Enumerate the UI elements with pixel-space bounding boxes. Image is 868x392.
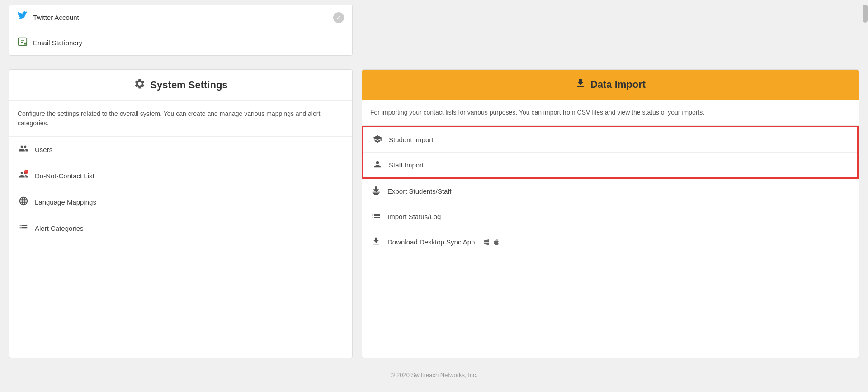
student-import-label: Student Import	[389, 136, 433, 143]
staff-import-item[interactable]: Staff Import	[363, 153, 857, 177]
staff-import-label: Staff Import	[389, 161, 424, 169]
dnc-icon	[19, 170, 28, 182]
email-stationery-icon	[18, 37, 28, 49]
email-stationery-label: Email Stationery	[33, 39, 82, 47]
system-settings-description: Configure the settings related to the ov…	[9, 101, 352, 137]
system-settings-header: System Settings	[9, 70, 352, 101]
download-icon	[575, 78, 586, 91]
student-import-item[interactable]: Student Import	[363, 127, 857, 153]
desktop-sync-icon	[371, 236, 381, 248]
data-import-header: Data Import	[362, 70, 859, 100]
email-stationery-item[interactable]: Email Stationery	[9, 30, 352, 55]
users-label: Users	[35, 146, 52, 153]
student-import-icon	[373, 134, 382, 145]
top-settings-card: Twitter Account ✓ Email Stationery	[9, 5, 353, 56]
export-students-staff-item[interactable]: Export Students/Staff	[362, 179, 859, 204]
import-log-label: Import Status/Log	[387, 213, 441, 220]
dnc-label: Do-Not-Contact List	[35, 172, 94, 180]
twitter-account-item[interactable]: Twitter Account ✓	[9, 5, 352, 30]
scrollbar-track[interactable]	[862, 0, 868, 392]
language-icon	[19, 196, 28, 208]
alert-categories-menu-item[interactable]: Alert Categories	[9, 215, 352, 241]
twitter-icon	[18, 11, 28, 24]
footer-text: © 2020 Swiftreach Networks, Inc.	[391, 372, 477, 378]
twitter-checkmark: ✓	[333, 12, 344, 23]
import-log-item[interactable]: Import Status/Log	[362, 204, 859, 229]
scrollbar-thumb[interactable]	[863, 5, 868, 23]
data-import-description: For importing your contact lists for var…	[362, 100, 859, 126]
os-icons	[483, 239, 500, 246]
dnc-menu-item[interactable]: Do-Not-Contact List	[9, 163, 352, 189]
import-log-icon	[371, 211, 381, 222]
language-label: Language Mappings	[35, 198, 96, 206]
import-annotation-wrapper: Student Import Staff Import Click here	[362, 126, 859, 179]
data-import-card: Data Import For importing your contact l…	[362, 69, 859, 358]
users-menu-item[interactable]: Users	[9, 137, 352, 163]
footer: © 2020 Swiftreach Networks, Inc.	[0, 358, 868, 392]
desktop-sync-item[interactable]: Download Desktop Sync App	[362, 229, 859, 254]
language-menu-item[interactable]: Language Mappings	[9, 189, 352, 215]
import-highlight-group: Student Import Staff Import	[362, 126, 859, 179]
desktop-sync-label: Download Desktop Sync App	[387, 238, 475, 246]
twitter-account-label: Twitter Account	[33, 14, 79, 21]
export-icon	[371, 186, 381, 197]
system-settings-card: System Settings Configure the settings r…	[9, 69, 353, 358]
system-settings-title: System Settings	[150, 79, 227, 91]
data-import-title: Data Import	[590, 79, 646, 91]
alert-icon	[19, 222, 28, 234]
export-label: Export Students/Staff	[387, 187, 451, 195]
svg-rect-4	[373, 192, 380, 193]
gear-icon	[134, 78, 146, 92]
alert-categories-label: Alert Categories	[35, 225, 84, 232]
users-icon	[19, 143, 28, 156]
staff-import-icon	[373, 159, 382, 171]
